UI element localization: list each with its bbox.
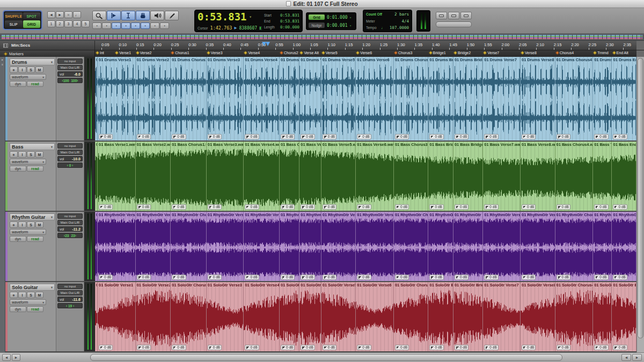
clip-gain-badge[interactable]: 0 dB (594, 345, 608, 350)
nudge-button[interactable]: Nudge (309, 23, 325, 28)
clip-gain-badge[interactable]: 0 dB (357, 345, 371, 350)
audio-clip[interactable]: 01 Drums Bridge10 dB (428, 57, 453, 141)
audio-clip[interactable]: 01 RhythmGtr Trnrnd.wav0 dB (593, 212, 612, 281)
clip-gain-badge[interactable]: 0 dB (557, 275, 570, 280)
marker-chorus2[interactable]: Chorus2 (280, 51, 298, 55)
track-view-selector[interactable]: waveform▾ (10, 74, 46, 80)
ruler-tick[interactable]: 2:00 (502, 42, 510, 47)
marker-trnrnd[interactable]: Trnrnd (594, 51, 608, 55)
ruler-tick[interactable]: 1:30 (397, 42, 405, 47)
volume-readout[interactable]: vol-6.0 (57, 71, 83, 77)
ruler-tick[interactable]: 2:35 (623, 42, 631, 47)
track-name[interactable]: Solo Guitar▾ (10, 284, 55, 291)
ruler-label[interactable]: Min:Secs (11, 43, 30, 48)
audio-clip[interactable]: 01 Drums Verse10 dB (98, 57, 136, 141)
audio-clip[interactable]: 01 SoloGtr Bridge10 dB (428, 282, 453, 351)
mute-button[interactable]: M (35, 151, 43, 158)
ruler-tick[interactable]: 0:35 (206, 42, 214, 47)
selection-end-value[interactable]: 0:53.831 (280, 19, 299, 24)
mute-button[interactable]: M (35, 67, 43, 73)
edit-cursor-marker[interactable] (266, 42, 270, 46)
audio-clip[interactable]: 01 Bass Verse3.wav0 dB (207, 142, 244, 211)
clip-gain-badge[interactable]: 0 dB (395, 275, 409, 280)
clip-gain-badge[interactable]: 0 dB (99, 275, 113, 280)
clip-gain-badge[interactable]: 0 dB (357, 204, 371, 210)
audio-clip[interactable]: 01 RhythmGtr Verse5.wav0 dB (321, 212, 356, 281)
marker-verse8[interactable]: Verse8 (521, 51, 537, 55)
clip-gain-badge[interactable]: 0 dB (99, 204, 113, 210)
input-selector[interactable]: no input (57, 143, 83, 149)
audio-clip[interactable]: 01 Bass Bridge1.wav0 dB (428, 142, 453, 211)
audio-clip[interactable]: 01 Bass Verse7.wav0 dB (483, 142, 521, 211)
universe-overview-strip[interactable] (0, 34, 644, 41)
clip-gain-badge[interactable]: 0 dB (323, 345, 336, 350)
clip-gain-badge[interactable]: 0 dB (522, 345, 536, 350)
audio-clip[interactable]: 01 Bass Verse2.wav0 dB (136, 142, 171, 211)
audio-clip[interactable]: 01 SoloGtr Chorus10 dB (171, 282, 207, 351)
audio-clip[interactable]: 01 Bass Verse5.wav0 dB (321, 142, 356, 211)
record-arm-button[interactable]: ● (10, 221, 18, 228)
audio-clip[interactable]: 01 Drums Trnrnd0 dB (593, 57, 612, 141)
clip-gain-badge[interactable]: 0 dB (522, 275, 536, 280)
mute-button[interactable]: M (35, 221, 43, 228)
clip-gain-badge[interactable]: 0 dB (208, 204, 222, 210)
selection-start-value[interactable]: 0:53.831 (280, 13, 299, 18)
ruler-tick[interactable]: 1:50 (467, 42, 475, 47)
ruler-tick[interactable]: 0:55 (275, 42, 283, 47)
solo-button[interactable]: S (27, 151, 35, 158)
automation-mode-button[interactable]: read (27, 81, 43, 87)
clip-gain-badge[interactable]: 0 dB (323, 134, 336, 139)
audio-clip[interactable]: 01 RhythmGtr Chorus3.wav0 dB (394, 212, 429, 281)
clip-gain-badge[interactable]: 0 dB (522, 204, 536, 210)
window-title-bar[interactable]: Edit: 01 107 C Full Stereo (0, 0, 644, 8)
ruler-tick[interactable]: 2:15 (554, 42, 562, 47)
input-monitor-button[interactable]: I (18, 151, 26, 158)
ruler-tick[interactable]: 0:45 (240, 42, 248, 47)
audio-clip[interactable]: 01 Bass Chorus3.wav0 dB (394, 142, 429, 211)
automation-mode-button[interactable]: read (27, 306, 43, 312)
clip-gain-badge[interactable]: 0 dB (99, 345, 113, 350)
vertical-scrollbar[interactable] (636, 57, 644, 352)
pan-readout[interactable]: ‹2323› (57, 233, 83, 238)
toolbar-misc-button[interactable] (460, 12, 472, 19)
ruler-view-icon[interactable] (3, 43, 8, 48)
clip-gain-badge[interactable]: 0 dB (245, 275, 259, 280)
ruler-tick[interactable]: 2:30 (606, 42, 614, 47)
mute-button[interactable]: M (35, 292, 43, 298)
clip-gain-badge[interactable]: 0 dB (594, 134, 608, 139)
ruler-tick[interactable]: 2:20 (571, 42, 579, 47)
ruler-tick[interactable]: 1:35 (414, 42, 422, 47)
clip-gain-badge[interactable]: 0 dB (613, 134, 627, 139)
marker-verse4[interactable]: Verse4 (244, 51, 260, 55)
timebase-ruler-area[interactable]: 0:050:100:150:200:250:300:350:400:450:50… (95, 41, 636, 50)
clip-gain-badge[interactable]: 0 dB (323, 204, 336, 210)
clip-gain-badge[interactable]: 0 dB (137, 134, 151, 139)
grabber-tool-button[interactable] (136, 11, 150, 20)
ruler-tick[interactable]: 1:20 (362, 42, 370, 47)
audio-clip[interactable]: 01 SoloGtr Chorus40 dB (555, 282, 594, 351)
edit-toggle-button-0[interactable]: ▪ (92, 23, 101, 29)
solo-button[interactable]: S (27, 67, 35, 73)
ruler-tick[interactable]: 1:15 (345, 42, 353, 47)
audio-clip[interactable]: 01 RhythmGtr Bridge1.wav0 dB (428, 212, 453, 281)
output-selector[interactable]: Main Out L/R (57, 290, 83, 295)
ruler-tick[interactable]: 1:40 (432, 42, 440, 47)
zoom-preset-5[interactable]: 5 (82, 20, 90, 27)
elastic-audio-button[interactable]: dyn (10, 166, 26, 172)
automation-mode-button[interactable]: read (27, 166, 43, 172)
zoomer-tool-button[interactable] (92, 11, 106, 20)
ruler-tick[interactable]: 0:25 (171, 42, 179, 47)
audio-clip[interactable]: 01 RhythmGtr Verse1.wav0 dB (98, 212, 136, 281)
marker-verse1[interactable]: Verse1 (115, 51, 131, 55)
ruler-tick[interactable]: 0:15 (136, 42, 144, 47)
output-selector[interactable]: Main Out L/R (57, 150, 83, 155)
markers-area[interactable]: IntVerse1Verse2Chorus1Verse3Verse4Chorus… (95, 50, 636, 57)
edit-mode-slip[interactable]: SLIP (5, 20, 23, 28)
clip-gain-badge[interactable]: 0 dB (137, 204, 151, 210)
clip-gain-badge[interactable]: 0 dB (613, 275, 627, 280)
edit-toggle-button-4[interactable]: ▪ (131, 23, 140, 29)
clip-gain-badge[interactable]: 0 dB (137, 275, 151, 280)
clip-gain-badge[interactable]: 0 dB (245, 134, 259, 139)
track-lane-rhythm-guitar[interactable]: 01 RhythmGtr Int.wav01 RhythmGtr Verse1.… (95, 212, 636, 281)
marker-bridge1[interactable]: Bridge1 (429, 51, 446, 55)
